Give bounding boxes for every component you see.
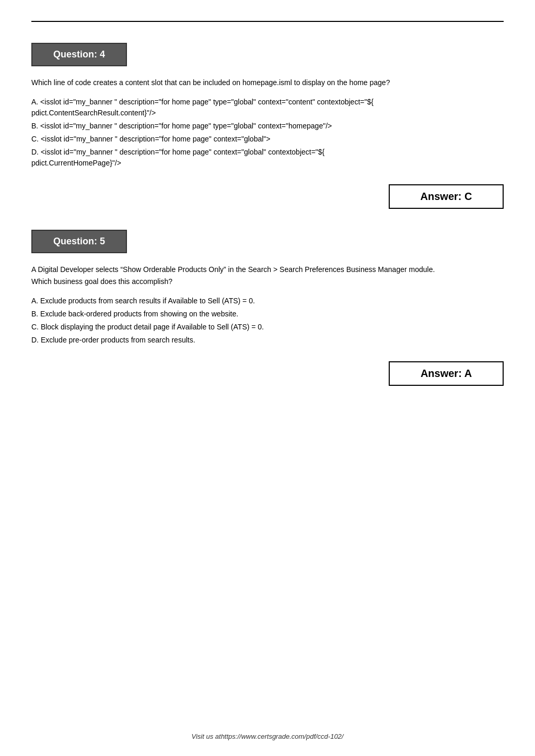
- option-4d: D. <isslot id="my_banner " description="…: [31, 147, 504, 169]
- answer-4-container: Answer: C: [31, 184, 504, 209]
- option-4b: B. <isslot id="my_banner " description="…: [31, 121, 504, 132]
- option-5d: D. Exclude pre-order products from searc…: [31, 335, 504, 346]
- option-5a: A. Exclude products from search results …: [31, 296, 504, 306]
- question-4-options: A. <isslot id="my_banner " description="…: [31, 97, 504, 169]
- option-5b: B. Exclude back-ordered products from sh…: [31, 309, 504, 320]
- footer: Visit us athttps://www.certsgrade.com/pd…: [0, 733, 535, 740]
- question-5-options: A. Exclude products from search results …: [31, 296, 504, 346]
- question-5-text: A Digital Developer selects “Show Ordera…: [31, 264, 504, 287]
- option-4c: C. <isslot id="my_banner " description="…: [31, 134, 504, 145]
- question-5-block: Question: 5 A Digital Developer selects …: [31, 230, 504, 346]
- top-border: [31, 21, 504, 22]
- option-5c: C. Block displaying the product detail p…: [31, 322, 504, 333]
- question-4-text: Which line of code creates a content slo…: [31, 77, 504, 88]
- answer-5-box: Answer: A: [389, 361, 504, 386]
- answer-5-container: Answer: A: [31, 361, 504, 386]
- question-4-header: Question: 4: [31, 43, 127, 66]
- question-4-block: Question: 4 Which line of code creates a…: [31, 43, 504, 169]
- question-5-header: Question: 5: [31, 230, 127, 253]
- answer-4-box: Answer: C: [389, 184, 504, 209]
- option-4a: A. <isslot id="my_banner " description="…: [31, 97, 504, 119]
